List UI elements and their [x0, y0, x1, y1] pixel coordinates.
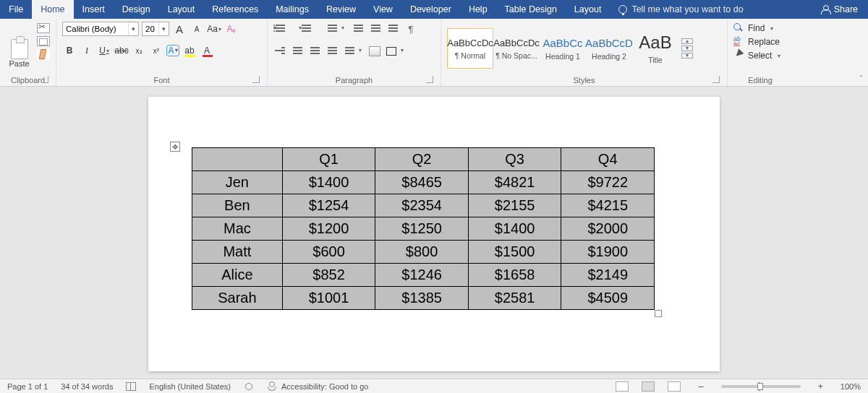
copy-button[interactable]: [37, 36, 50, 46]
style-title[interactable]: AaB Title: [632, 28, 678, 69]
page[interactable]: ✥ Q1Q2Q3Q4 Jen$1400$8465$4821$9722Ben$12…: [148, 97, 720, 371]
bold-button[interactable]: B: [62, 43, 77, 58]
table-row[interactable]: Jen$1400$8465$4821$9722: [192, 171, 655, 194]
clipboard-dialog-launcher[interactable]: [41, 76, 48, 83]
collapse-ribbon-button[interactable]: ˆ: [860, 75, 862, 83]
table-cell[interactable]: $1658: [468, 264, 561, 287]
line-spacing-button[interactable]: [343, 45, 357, 58]
styles-gallery-more[interactable]: ▴ ▾ ▾: [681, 38, 693, 59]
table-cell[interactable]: $4509: [561, 287, 655, 310]
view-print-layout[interactable]: [642, 381, 655, 392]
style-normal[interactable]: AaBbCcDc ¶ Normal: [447, 28, 493, 69]
table-row[interactable]: Matt$600$800$1500$1900: [192, 241, 655, 264]
italic-button[interactable]: I: [80, 43, 94, 58]
clear-formatting-button[interactable]: Aᵩ: [224, 22, 239, 36]
justify-button[interactable]: [326, 45, 340, 58]
status-accessibility[interactable]: Accessibility: Good to go: [267, 382, 368, 391]
underline-button[interactable]: U: [97, 43, 111, 58]
tab-mailings[interactable]: Mailings: [267, 0, 318, 19]
table-cell[interactable]: Jen: [192, 171, 283, 194]
align-center-button[interactable]: [291, 45, 305, 58]
view-read-mode[interactable]: [616, 381, 629, 392]
table-cell[interactable]: $852: [282, 264, 375, 287]
multilevel-list-button[interactable]: [326, 22, 340, 35]
zoom-slider[interactable]: [721, 385, 801, 388]
macro-record-icon[interactable]: [244, 382, 254, 391]
table-cell[interactable]: $4821: [468, 171, 561, 194]
status-language[interactable]: English (United States): [149, 382, 231, 391]
font-size-input[interactable]: [142, 22, 158, 35]
tab-developer[interactable]: Developer: [401, 0, 460, 19]
bullets-button[interactable]: [273, 22, 288, 35]
change-case-button[interactable]: Aa: [207, 22, 221, 36]
tab-layout[interactable]: Layout: [159, 0, 204, 19]
superscript-button[interactable]: x: [149, 43, 163, 58]
tab-design[interactable]: Design: [114, 0, 159, 19]
table-cell[interactable]: $600: [282, 241, 375, 264]
strikethrough-button[interactable]: abc: [114, 43, 129, 58]
paste-button[interactable]: Paste: [6, 22, 33, 68]
status-page[interactable]: Page 1 of 1: [7, 382, 48, 391]
increase-indent-button[interactable]: [369, 22, 383, 35]
table-header-cell[interactable]: [192, 148, 283, 171]
cut-button[interactable]: [37, 23, 50, 33]
select-button[interactable]: Select▾: [733, 51, 780, 61]
chevron-down-icon[interactable]: ▾: [158, 22, 169, 35]
view-web-layout[interactable]: [668, 381, 681, 392]
table-cell[interactable]: $1250: [375, 217, 469, 241]
table-cell[interactable]: $2155: [468, 194, 561, 217]
table-row[interactable]: Alice$852$1246$1658$2149: [192, 264, 655, 287]
table-cell[interactable]: Matt: [192, 241, 283, 264]
table-resize-handle[interactable]: [655, 310, 662, 317]
book-icon[interactable]: [126, 382, 136, 391]
shrink-font-button[interactable]: A: [190, 22, 204, 36]
align-right-button[interactable]: [308, 45, 323, 58]
align-left-button[interactable]: [273, 45, 288, 58]
font-color-button[interactable]: A: [200, 43, 214, 58]
style-heading1[interactable]: AaBbCc Heading 1: [540, 28, 586, 69]
table-cell[interactable]: $2149: [561, 264, 655, 287]
subscript-button[interactable]: x: [132, 43, 146, 58]
grow-font-button[interactable]: A: [172, 22, 187, 36]
shading-button[interactable]: [367, 45, 382, 58]
table-cell[interactable]: Mac: [192, 217, 283, 241]
sort-button[interactable]: [386, 22, 401, 35]
highlight-button[interactable]: ab: [182, 43, 197, 58]
table-row[interactable]: Mac$1200$1250$1400$2000: [192, 217, 655, 241]
table-cell[interactable]: $4215: [561, 194, 655, 217]
table-cell[interactable]: $1246: [375, 264, 469, 287]
table-cell[interactable]: $1900: [561, 241, 655, 264]
show-marks-button[interactable]: ¶: [404, 22, 418, 36]
style-no-spacing[interactable]: AaBbCcDc ¶ No Spac...: [493, 28, 540, 69]
table-row[interactable]: Ben$1254$2354$2155$4215: [192, 194, 655, 217]
borders-button[interactable]: [385, 45, 399, 58]
tab-references[interactable]: References: [203, 0, 267, 19]
tab-review[interactable]: Review: [318, 0, 365, 19]
tab-help[interactable]: Help: [460, 0, 496, 19]
paragraph-dialog-launcher[interactable]: [426, 76, 433, 83]
font-name-combo[interactable]: ▾: [62, 22, 139, 36]
table-cell[interactable]: $2354: [375, 194, 469, 217]
styles-dialog-launcher[interactable]: [712, 76, 720, 83]
font-name-input[interactable]: [63, 22, 128, 35]
table-cell[interactable]: $1385: [375, 287, 469, 310]
table-cell[interactable]: Sarah: [192, 287, 283, 310]
table-cell[interactable]: $1500: [468, 241, 561, 264]
table-cell[interactable]: $9722: [561, 171, 655, 194]
replace-button[interactable]: Replace: [733, 37, 780, 47]
table-cell[interactable]: $1001: [282, 287, 375, 310]
table-row[interactable]: Sarah$1001$1385$2581$4509: [192, 287, 655, 310]
text-effects-button[interactable]: A: [166, 45, 179, 56]
table-cell[interactable]: Alice: [192, 264, 283, 287]
share-button[interactable]: Share: [811, 0, 868, 19]
decrease-indent-button[interactable]: [352, 22, 366, 35]
format-painter-button[interactable]: [37, 49, 50, 59]
tab-file[interactable]: File: [0, 0, 32, 19]
tab-view[interactable]: View: [365, 0, 401, 19]
font-dialog-launcher[interactable]: [252, 76, 260, 83]
zoom-level[interactable]: 100%: [841, 382, 861, 391]
find-button[interactable]: Find▾: [733, 23, 773, 33]
chevron-down-icon[interactable]: ▾: [128, 22, 138, 35]
table-header-cell[interactable]: Q2: [375, 148, 469, 171]
tell-me-search[interactable]: Tell me what you want to do: [610, 0, 752, 19]
